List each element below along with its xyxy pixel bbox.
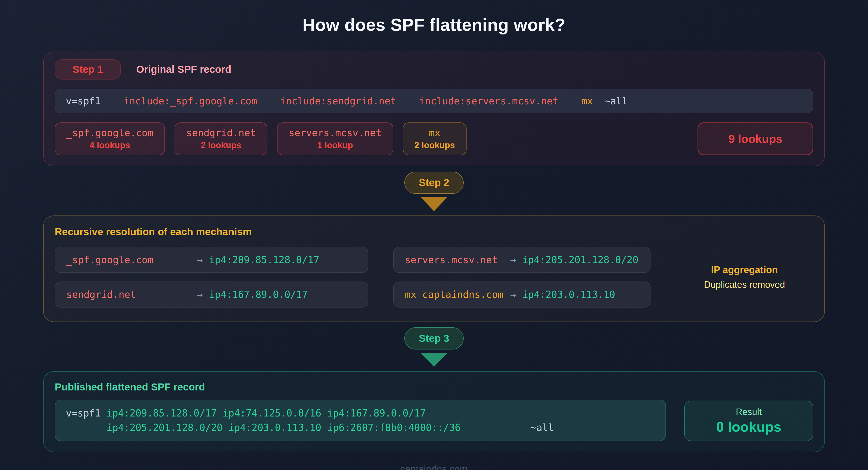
resolved-ip: ip4:203.0.113.10 [522, 289, 615, 300]
arrow-right-icon: → [197, 254, 203, 265]
lookup-chip-sendgrid: sendgrid.net 2 lookups [175, 122, 268, 155]
lookup-chip-google: _spf.google.com 4 lookups [55, 122, 165, 155]
step3-connector: Step 3 [43, 327, 825, 367]
resolved-ip: ip4:209.85.128.0/17 [209, 254, 319, 265]
mechanism-label: sendgrid.net [66, 289, 197, 300]
aggregation-title: IP aggregation [704, 264, 785, 275]
resolution-row: servers.mcsv.net → ip4:205.201.128.0/20 [393, 247, 651, 273]
arrow-right-icon: → [510, 254, 516, 265]
aggregation-subtitle: Duplicates removed [704, 280, 785, 290]
spf-version-token: v=spf1 [66, 95, 101, 106]
mechanism-label: servers.mcsv.net [405, 254, 510, 265]
step3-heading: Published flattened SPF record [55, 381, 813, 393]
step2-heading: Recursive resolution of each mechanism [55, 226, 813, 238]
chip-count: 1 lookup [289, 140, 381, 150]
chip-count: 4 lookups [66, 140, 153, 150]
page-title: How does SPF flattening work? [43, 15, 825, 35]
chip-domain: _spf.google.com [66, 127, 153, 138]
arrow-right-icon: → [510, 289, 516, 300]
flattened-spf-record: v=spf1ip4:209.85.128.0/17 ip4:74.125.0.0… [55, 400, 666, 441]
chip-count: 2 lookups [186, 140, 256, 150]
original-spf-record: v=spf1 include:_spf.google.com include:s… [55, 89, 813, 113]
site-credit: captaindns.com [43, 464, 825, 470]
result-label: Result [736, 407, 762, 417]
chip-domain: mx [414, 127, 455, 138]
spf-version-token: v=spf1 [66, 408, 101, 419]
chip-domain: servers.mcsv.net [289, 127, 381, 138]
flattened-record-line2: ip4:205.201.128.0/20 ip4:203.0.113.10 ip… [66, 420, 655, 435]
step3-section: Published flattened SPF record v=spf1ip4… [43, 371, 825, 452]
flattened-record-line1: v=spf1ip4:209.85.128.0/17 ip4:74.125.0.0… [66, 406, 655, 420]
resolved-ip: ip4:205.201.128.0/20 [522, 254, 639, 265]
step3-badge: Step 3 [404, 327, 464, 349]
arrow-down-icon [421, 353, 447, 367]
ip4-tokens-line1: ip4:209.85.128.0/17 ip4:74.125.0.0/16 ip… [106, 408, 426, 419]
all-token: ~all [604, 95, 628, 106]
step1-header: Step 1 Original SPF record [55, 59, 813, 80]
mx-token: mx [581, 95, 593, 106]
resolution-row: sendgrid.net → ip4:167.89.0.0/17 [55, 282, 368, 308]
include-token-sendgrid: include:sendgrid.net [280, 95, 396, 106]
result-badge: Result 0 lookups [684, 401, 813, 441]
step1-section: Step 1 Original SPF record v=spf1 includ… [43, 52, 825, 166]
resolution-row: mx captaindns.com → ip4:203.0.113.10 [393, 282, 651, 308]
arrow-down-icon [421, 197, 447, 211]
step3-body: v=spf1ip4:209.85.128.0/17 ip4:74.125.0.0… [55, 400, 813, 441]
resolved-ip: ip4:167.89.0.0/17 [209, 289, 308, 300]
lookup-chip-mx: mx 2 lookups [403, 122, 467, 155]
resolution-row: _spf.google.com → ip4:209.85.128.0/17 [55, 247, 368, 273]
lookup-chips-row: _spf.google.com 4 lookups sendgrid.net 2… [55, 122, 813, 155]
all-token: ~all [531, 420, 554, 435]
step2-section: Recursive resolution of each mechanism _… [43, 216, 825, 322]
step1-badge: Step 1 [55, 59, 121, 80]
step1-heading: Original SPF record [136, 64, 231, 75]
include-token-google: include:_spf.google.com [124, 95, 257, 106]
ip-aggregation-note: IP aggregation Duplicates removed [704, 264, 785, 290]
mechanism-label: _spf.google.com [66, 254, 197, 265]
infographic-page: How does SPF flattening work? Step 1 Ori… [0, 0, 868, 470]
result-value: 0 lookups [716, 419, 781, 435]
lookup-chip-mcsv: servers.mcsv.net 1 lookup [277, 122, 393, 155]
total-lookups-badge: 9 lookups [698, 122, 813, 155]
ip-tokens-line2: ip4:205.201.128.0/20 ip4:203.0.113.10 ip… [106, 420, 461, 435]
mechanism-label: mx captaindns.com [405, 289, 510, 300]
arrow-right-icon: → [197, 289, 203, 300]
step2-badge: Step 2 [404, 171, 464, 194]
include-token-mcsv: include:servers.mcsv.net [419, 95, 558, 106]
chip-domain: sendgrid.net [186, 127, 256, 138]
resolution-grid: _spf.google.com → ip4:209.85.128.0/17 se… [55, 247, 813, 308]
step2-connector: Step 2 [43, 171, 825, 211]
chip-count: 2 lookups [414, 140, 455, 150]
